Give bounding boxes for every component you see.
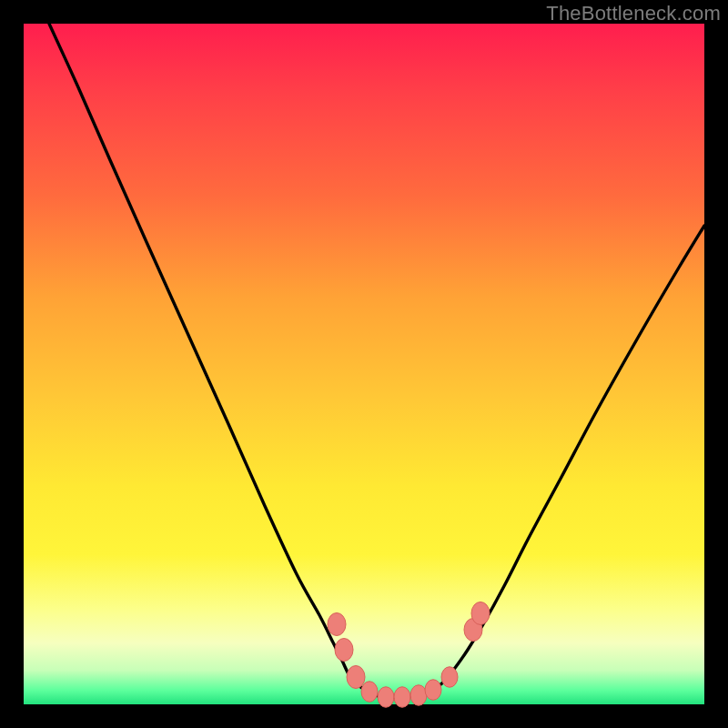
plot-area (24, 24, 704, 704)
curve-marker (347, 666, 365, 689)
curve-svg (24, 24, 704, 704)
curve-marker (361, 682, 378, 703)
curve-marker (394, 687, 410, 708)
bottleneck-curve (49, 24, 704, 697)
curve-marker (410, 685, 427, 706)
curve-marker (441, 667, 458, 688)
watermark-text: TheBottleneck.com (546, 2, 721, 25)
curve-marker (425, 680, 441, 701)
outer-frame: TheBottleneck.com (0, 0, 728, 728)
curve-marker (328, 613, 346, 636)
curve-marker (378, 687, 394, 708)
curve-marker (471, 602, 490, 625)
curve-marker (335, 639, 353, 662)
